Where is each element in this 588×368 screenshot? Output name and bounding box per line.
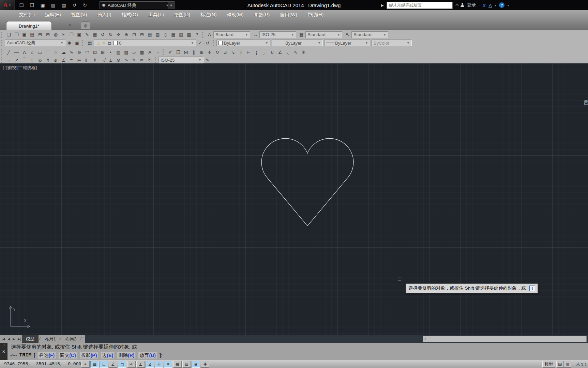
dim-break-icon[interactable]: ↮ — [99, 57, 107, 63]
3d-object-snap-toggle[interactable]: ◰ — [127, 361, 136, 368]
command-prompt-line[interactable]: -∕--▾ TRIM [ 栏选 (F) 窗交 (C) 投影 (P) — [10, 352, 162, 359]
quick-calc-icon[interactable]: ▩ — [185, 31, 193, 38]
color-control-combo[interactable]: ByLayer ▼ — [216, 40, 270, 46]
redo-icon[interactable]: ↻ — [81, 1, 89, 9]
layer-on-icon[interactable]: ☼ — [96, 41, 101, 46]
plot-style-combo[interactable]: ByColor ▼ — [372, 40, 412, 46]
object-snap-tracking-toggle[interactable]: ∡ — [136, 361, 145, 368]
toolbar-grip[interactable] — [1, 49, 3, 55]
drawing-tab[interactable]: Drawing1* — [6, 21, 52, 30]
option-erase[interactable]: 删除 (R) — [117, 352, 136, 359]
quick-dim-icon[interactable]: ≡ — [67, 57, 75, 63]
dim-space-icon[interactable]: ⇕ — [91, 57, 99, 63]
match-properties-icon[interactable]: ✎ — [83, 31, 91, 38]
redo-icon[interactable]: ↻ — [107, 31, 115, 38]
rotate-icon[interactable]: ↻ — [213, 49, 221, 56]
donut-icon[interactable]: ∘ — [154, 49, 162, 56]
region-icon[interactable]: ▱ — [130, 49, 138, 56]
prev-tab-icon[interactable]: ◀ — [6, 337, 11, 341]
join-icon[interactable]: ∪ — [268, 49, 276, 56]
search-binoculars-icon[interactable]: ○○ — [455, 3, 458, 7]
style-value-combo[interactable]: Standard ▼ — [213, 31, 250, 38]
block-editor-icon[interactable]: ▦ — [91, 31, 99, 38]
toolbar-grip[interactable] — [1, 32, 3, 38]
gradient-icon[interactable]: ▧ — [122, 49, 130, 56]
option-edge[interactable]: 边 (E) — [101, 352, 115, 359]
baseline-icon[interactable]: ⊨ — [75, 57, 83, 63]
revision-cloud-icon[interactable]: ☁ — [60, 49, 67, 56]
coordinate-readout[interactable]: 9746.7955, 3501.4515, 0.0000 — [4, 362, 84, 367]
workspace-settings-icon[interactable]: ✺ — [65, 40, 73, 46]
option-crossing[interactable]: 窗交 (C) — [58, 352, 77, 359]
explode-icon[interactable]: ✳ — [300, 49, 307, 56]
new-drawing-tab-button[interactable]: ◍ — [81, 21, 90, 30]
paste-icon[interactable]: ▣ — [75, 31, 83, 38]
chamfer-icon[interactable]: ∠ — [276, 49, 284, 56]
quick-access-overflow-button[interactable]: ▼ — [168, 1, 175, 9]
horizontal-scrollbar-track[interactable]: ‹ — [85, 335, 588, 343]
trim-command-icon[interactable]: -∕--▾ — [10, 353, 17, 358]
style-value-combo[interactable]: Standard ▼ — [351, 31, 388, 38]
array-icon[interactable]: ⊞ — [198, 49, 206, 56]
snap-mode-toggle[interactable]: ⌖ — [81, 361, 90, 368]
menu-dimension[interactable]: 标注(N) — [200, 12, 216, 18]
next-tab-icon[interactable]: ▶ — [12, 337, 16, 341]
open-icon[interactable]: ❐ — [13, 31, 20, 38]
workspace-switcher[interactable]: ✺ AutoCAD 经典 ▼ — [100, 1, 171, 9]
tolerance-icon[interactable]: ± — [107, 57, 115, 63]
dim-text-edit-icon[interactable]: ✑ — [138, 57, 146, 63]
zoom-previous-icon[interactable]: ⊟ — [138, 31, 146, 38]
menu-help[interactable]: 帮助(H) — [307, 12, 323, 18]
toolbar-grip[interactable] — [202, 32, 204, 38]
ellipse-icon[interactable]: ⊖ — [75, 49, 83, 56]
sheet-set-manager-icon[interactable]: ▦ — [169, 31, 177, 38]
radius-icon[interactable]: ⊘ — [36, 57, 44, 63]
layer-freeze-icon[interactable]: ☀ — [101, 41, 107, 46]
menu-window[interactable]: 窗口(W) — [280, 12, 297, 18]
break-icon[interactable]: ◞ — [260, 49, 268, 56]
menu-tools[interactable]: 工具(T) — [148, 12, 164, 18]
help-icon[interactable]: ? — [193, 31, 201, 38]
dynamic-ucs-toggle[interactable]: ⊿ — [146, 361, 154, 368]
zoom-realtime-icon[interactable]: ⊕ — [122, 31, 130, 38]
ellipse-arc-icon[interactable]: ◠ — [83, 49, 91, 56]
menu-view[interactable]: 视图(V) — [71, 12, 87, 18]
stretch-icon[interactable]: ↘ — [229, 49, 237, 56]
first-tab-icon[interactable]: |◀ — [1, 337, 6, 341]
menu-insert[interactable]: 插入(I) — [97, 12, 111, 18]
copy-icon[interactable]: ❐ — [67, 31, 75, 38]
menu-draw[interactable]: 绘图(D) — [174, 12, 190, 18]
angular-icon[interactable]: ∠ — [60, 57, 67, 63]
quick-view-drawings-icon[interactable]: ▥ — [564, 361, 571, 368]
lineweight-display-toggle[interactable]: ≡ — [164, 361, 172, 368]
quick-view-layouts-icon[interactable]: ▤ — [556, 361, 564, 368]
linear-dim-icon[interactable]: ↔ — [5, 57, 13, 63]
arc-icon[interactable]: ⌒ — [44, 49, 52, 56]
menu-edit[interactable]: 编辑(E) — [45, 12, 61, 18]
workspace-combo[interactable]: AutoCAD 经典 ▼ — [5, 40, 65, 46]
save-icon[interactable]: ▣ — [39, 1, 46, 9]
toolbar-grip[interactable] — [163, 49, 165, 55]
dimension-style-combo[interactable]: ↔ — [252, 31, 259, 38]
save-icon[interactable]: ▣ — [20, 31, 28, 38]
horizontal-scrollbar-thumb[interactable]: ‹ — [423, 336, 587, 342]
multileader-style-combo[interactable]: ↖ — [344, 31, 351, 38]
new-file-icon[interactable]: ❏ — [18, 1, 25, 9]
erase-icon[interactable]: ✐ — [166, 49, 174, 56]
dim-style-manager-icon[interactable]: ✎ — [203, 57, 211, 63]
polyline-icon[interactable]: Λ — [20, 49, 28, 56]
linetype-control-combo[interactable]: ByLayer ▼ — [272, 40, 323, 46]
polygon-icon[interactable]: ⌂ — [28, 49, 36, 56]
rectangle-icon[interactable]: ▭ — [36, 49, 44, 56]
open-file-icon[interactable]: ❐ — [28, 1, 36, 9]
plot-icon[interactable]: ▤ — [60, 1, 67, 9]
model-space-button[interactable]: 模型 — [542, 361, 555, 368]
offset-icon[interactable]: ∥ — [190, 49, 198, 56]
plot-icon[interactable]: ▤ — [28, 31, 36, 38]
insert-block-icon[interactable]: ⊡ — [91, 49, 99, 56]
table-icon[interactable]: ▦ — [138, 49, 146, 56]
zoom-window-icon[interactable]: ⊡ — [130, 31, 138, 38]
tooltip-expand-icon[interactable]: ⇩ — [529, 286, 535, 291]
option-undo[interactable]: 放弃 (U) — [138, 352, 157, 359]
menu-file[interactable]: 文件(F) — [19, 12, 35, 18]
